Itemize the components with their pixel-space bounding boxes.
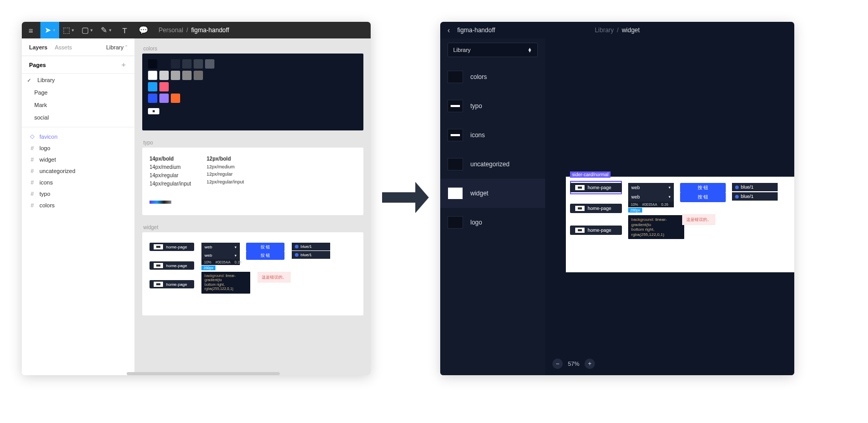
add-page-icon[interactable]: ＋ [120, 60, 127, 70]
canvas[interactable]: colors typo 14px/bold 14px/medium 14px/r… [135, 38, 371, 375]
size-chip: 280px [628, 208, 642, 213]
frame-label-widget: widget [143, 224, 363, 230]
file-title: figma-handoff [457, 27, 495, 34]
sider-card[interactable]: home-page [570, 226, 622, 235]
sider-card[interactable]: home-page [570, 204, 622, 213]
sidebar-item-icons[interactable]: icons [440, 121, 545, 150]
page-item-social[interactable]: social [22, 111, 134, 124]
figma-window: ≡ ➤▾ ⬚▾ ▢▾ ✎▾ T 💬 Personal / figma-hando… [22, 22, 371, 375]
pages-header: Pages [29, 62, 46, 68]
figma-toolbar: ≡ ➤▾ ⬚▾ ▢▾ ✎▾ T 💬 Personal / figma-hando… [22, 22, 371, 38]
text-tool[interactable]: T [115, 22, 134, 38]
sidebar-item-uncategorized[interactable]: uncategorized [440, 150, 545, 179]
page-select[interactable]: Library ▲▼ [447, 43, 538, 57]
sider-card: home-page [150, 261, 194, 270]
select-web[interactable]: web [628, 183, 674, 192]
tab-assets[interactable]: Assets [55, 44, 72, 50]
sidebar-item-typo[interactable]: typo [440, 91, 545, 121]
zoom-value: 57% [568, 361, 579, 367]
typo-color-bar [150, 201, 171, 204]
breadcrumb-file: figma-handoff [191, 27, 229, 34]
layer-widget[interactable]: widget [22, 154, 134, 165]
horizontal-scrollbar[interactable] [135, 372, 280, 375]
comment-tool[interactable]: 💬 [134, 22, 153, 38]
size-chip: 280px [201, 266, 215, 270]
layer-logo[interactable]: logo [22, 142, 134, 154]
handoff-sidebar: Library ▲▼ colors typo icons uncategoriz… [440, 38, 545, 375]
breadcrumb-workspace: Personal [159, 27, 183, 34]
code-snippet: background: linear-gradient(tobottom rig… [201, 272, 250, 294]
layer-typo[interactable]: typo [22, 188, 134, 200]
layer-uncategorized[interactable]: uncategorized [22, 165, 134, 177]
sider-card[interactable]: home-page [570, 183, 622, 192]
updown-icon: ▲▼ [527, 48, 532, 52]
transform-arrow [382, 182, 429, 213]
tab-layers[interactable]: Layers [29, 44, 47, 50]
primary-button[interactable]: 按 钮 [680, 192, 726, 202]
select-web: web [201, 243, 240, 252]
handoff-header: ‹ figma-handoff Library / widget [440, 22, 794, 38]
zoom-controls: − 57% + [552, 359, 595, 369]
back-icon[interactable]: ‹ [447, 26, 450, 34]
sidebar-item-widget[interactable]: widget [440, 179, 545, 208]
shape-tool[interactable]: ▢▾ [78, 22, 97, 38]
menu-icon[interactable]: ≡ [22, 22, 40, 38]
select-web: web [201, 251, 240, 260]
select-web[interactable]: web [628, 192, 674, 202]
layers-panel: Layers Assets Library⌃ Pages ＋ Library P… [22, 38, 135, 375]
frame-widget[interactable]: home-page home-page home-page web web 10… [142, 232, 363, 315]
error-note: 这是错误的。 [257, 272, 291, 283]
frame-colors[interactable] [142, 54, 363, 130]
layer-favicon[interactable]: ◇favicon [22, 130, 134, 142]
primary-button: 按 钮 [246, 243, 284, 252]
handoff-window: ‹ figma-handoff Library / widget Library… [440, 22, 794, 375]
sidebar-item-colors[interactable]: colors [440, 62, 545, 91]
frame-label-typo: typo [143, 140, 363, 146]
breadcrumb[interactable]: Personal / figma-handoff [159, 27, 234, 34]
page-item-library[interactable]: Library [22, 74, 134, 86]
sider-card: home-page [150, 280, 194, 288]
color-badge: blue/1 [292, 251, 330, 259]
frame-tool[interactable]: ⬚▾ [59, 22, 78, 38]
primary-button: 按 钮 [246, 251, 284, 260]
handoff-canvas[interactable]: sider-card/normal home-page home-page ho… [545, 38, 794, 375]
color-badge: blue/1 [292, 243, 330, 250]
move-tool[interactable]: ➤▾ [40, 22, 59, 38]
frame-label-colors: colors [143, 46, 363, 51]
frame-typo[interactable]: 14px/bold 14px/medium 14px/regular 14px/… [142, 148, 363, 215]
color-badge[interactable]: blue/1 [732, 183, 778, 191]
code-snippet: background: linear-gradient(tobottom rig… [628, 215, 684, 239]
page-item-mark[interactable]: Mark [22, 99, 134, 111]
color-badge[interactable]: blue/1 [732, 192, 778, 201]
page-item-page[interactable]: Page [22, 86, 134, 99]
layer-icons[interactable]: icons [22, 177, 134, 188]
meta-chip: 10%#0035AA0.26 [628, 202, 674, 207]
sider-card: home-page [150, 243, 194, 251]
error-note: 这是错误的。 [682, 214, 715, 225]
pen-tool[interactable]: ✎▾ [97, 22, 115, 38]
widget-preview: sider-card/normal home-page home-page ho… [566, 177, 794, 272]
layer-colors[interactable]: colors [22, 200, 134, 211]
sidebar-item-logo[interactable]: logo [440, 208, 545, 237]
handoff-breadcrumb: Library / widget [595, 27, 640, 34]
selection-label: sider-card/normal [570, 171, 611, 178]
page-selector[interactable]: Library⌃ [106, 44, 128, 50]
primary-button[interactable]: 按 钮 [680, 183, 726, 193]
zoom-in-button[interactable]: + [585, 359, 595, 369]
meta-chip: 10%#0035AA0.26 [201, 259, 240, 265]
zoom-out-button[interactable]: − [552, 359, 563, 369]
